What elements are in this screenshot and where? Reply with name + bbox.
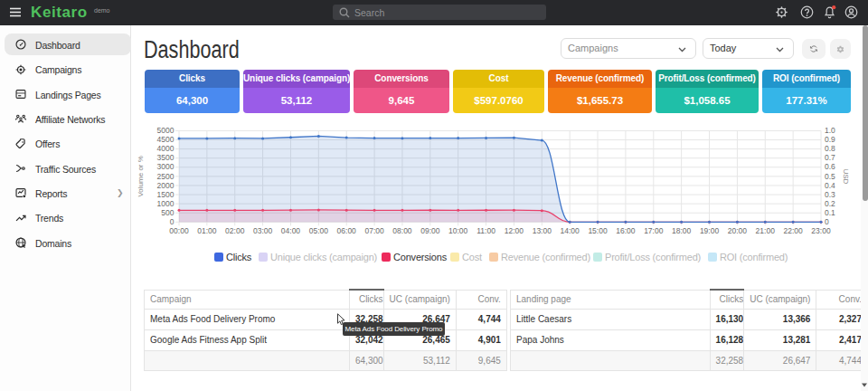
svg-text:0.3: 0.3 [825, 190, 835, 199]
svg-text:0.8: 0.8 [825, 144, 835, 153]
svg-text:0.9: 0.9 [825, 135, 835, 144]
svg-text:01:00: 01:00 [197, 226, 217, 235]
svg-text:Volume or %: Volume or % [137, 156, 145, 196]
svg-text:11:00: 11:00 [476, 226, 495, 235]
svg-text:23:00: 23:00 [811, 226, 831, 235]
svg-text:05:00: 05:00 [309, 226, 329, 235]
svg-text:04:00: 04:00 [281, 226, 301, 235]
svg-text:0.7: 0.7 [825, 153, 835, 162]
svg-text:06:00: 06:00 [337, 226, 357, 235]
svg-text:16:00: 16:00 [616, 226, 636, 235]
svg-text:21:00: 21:00 [756, 226, 776, 235]
svg-text:1000: 1000 [157, 199, 175, 208]
svg-text:14:00: 14:00 [561, 226, 580, 235]
svg-text:19:00: 19:00 [700, 226, 720, 235]
svg-text:18:00: 18:00 [672, 226, 692, 235]
svg-text:3000: 3000 [157, 162, 175, 171]
svg-text:1500: 1500 [157, 190, 175, 199]
svg-text:500: 500 [161, 208, 174, 217]
svg-text:08:00: 08:00 [392, 226, 412, 235]
svg-text:0.5: 0.5 [825, 172, 835, 181]
svg-text:20:00: 20:00 [728, 226, 748, 235]
svg-text:0.6: 0.6 [825, 162, 835, 171]
svg-text:07:00: 07:00 [364, 226, 384, 235]
svg-text:0.2: 0.2 [825, 199, 835, 208]
svg-text:USD: USD [842, 168, 850, 184]
svg-text:12:00: 12:00 [505, 226, 524, 235]
svg-text:22:00: 22:00 [783, 226, 803, 235]
svg-text:0.1: 0.1 [825, 208, 835, 217]
svg-text:15:00: 15:00 [588, 226, 608, 235]
svg-text:2000: 2000 [157, 181, 175, 190]
svg-text:02:00: 02:00 [225, 226, 245, 235]
svg-text:17:00: 17:00 [644, 226, 664, 235]
svg-text:0.4: 0.4 [825, 181, 835, 190]
svg-text:4500: 4500 [157, 135, 175, 144]
svg-text:5000: 5000 [157, 126, 175, 135]
svg-text:00:00: 00:00 [169, 226, 189, 235]
svg-text:10:00: 10:00 [448, 226, 468, 235]
svg-text:1.0: 1.0 [825, 126, 835, 135]
svg-text:09:00: 09:00 [420, 226, 440, 235]
svg-text:0: 0 [825, 217, 829, 226]
svg-text:0: 0 [170, 217, 175, 226]
svg-text:03:00: 03:00 [253, 226, 273, 235]
svg-text:4000: 4000 [157, 144, 175, 153]
svg-text:3500: 3500 [157, 153, 175, 162]
svg-text:13:00: 13:00 [533, 226, 552, 235]
svg-text:2500: 2500 [157, 172, 175, 181]
